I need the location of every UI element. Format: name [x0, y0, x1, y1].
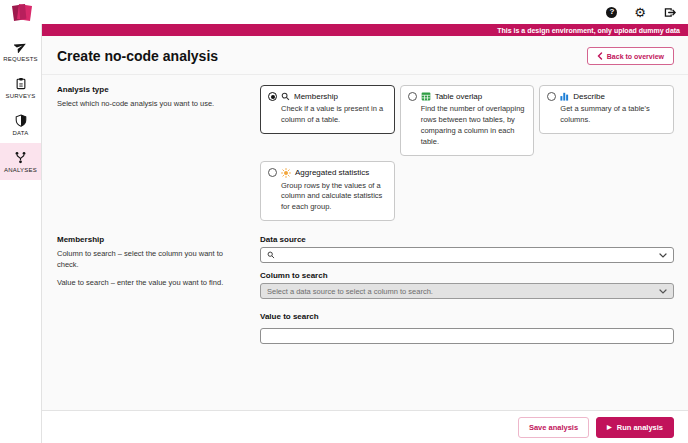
- option-title: Table overlap: [435, 92, 483, 101]
- page-title: Create no-code analysis: [57, 48, 218, 64]
- radio-describe[interactable]: [547, 92, 556, 101]
- membership-help-line1: Column to search – select the column you…: [57, 248, 246, 271]
- merge-icon: [14, 151, 27, 164]
- shield-icon: [15, 114, 27, 127]
- topbar: ? ⚙: [0, 0, 688, 24]
- environment-banner-text: This is a design environment, only uploa…: [497, 27, 680, 34]
- back-to-overview-button[interactable]: Back to overview: [587, 47, 674, 65]
- save-analysis-button[interactable]: Save analysis: [518, 417, 589, 438]
- radio-aggregated-statistics[interactable]: [268, 168, 277, 177]
- bar-chart-icon: [560, 92, 569, 101]
- search-icon: [267, 251, 275, 259]
- sidebar-item-surveys[interactable]: SURVEYS: [0, 69, 41, 106]
- help-icon[interactable]: ?: [606, 7, 617, 18]
- sidebar-item-data[interactable]: DATA: [0, 106, 41, 143]
- value-to-search-input[interactable]: [260, 328, 674, 344]
- option-description: Get a summary of a table's columns.: [560, 104, 666, 126]
- brand-logo: [8, 2, 36, 22]
- chevron-left-icon: [597, 52, 603, 60]
- option-card-table-overlap[interactable]: Table overlap Find the number of overlap…: [400, 85, 535, 156]
- column-to-search-placeholder: Select a data source to select a column …: [267, 287, 655, 296]
- option-description: Group rows by the values of a column and…: [281, 181, 387, 214]
- radio-table-overlap[interactable]: [408, 92, 417, 101]
- membership-help-line2: Value to search – enter the value you wa…: [57, 277, 246, 288]
- play-icon: ▶: [607, 424, 612, 430]
- sidebar-item-requests[interactable]: REQUESTS: [0, 32, 41, 69]
- option-card-membership[interactable]: Membership Check if a value is present i…: [260, 85, 395, 134]
- value-to-search-label: Value to search: [260, 312, 674, 321]
- option-title: Describe: [573, 92, 605, 101]
- sidebar-item-analyses[interactable]: ANALYSES: [0, 143, 41, 180]
- radio-membership[interactable]: [268, 92, 277, 101]
- sidebar-item-label: REQUESTS: [3, 56, 38, 62]
- search-icon: [281, 92, 290, 101]
- column-to-search-select[interactable]: Select a data source to select a column …: [260, 283, 674, 299]
- sun-icon: [281, 168, 291, 178]
- paper-plane-icon: [14, 40, 27, 53]
- option-description: Find the number of overlapping rows betw…: [421, 104, 527, 148]
- membership-section-label: Membership: [57, 235, 246, 244]
- option-description: Check if a value is present in a column …: [281, 104, 387, 126]
- main-content: Create no-code analysis Back to overview…: [42, 36, 688, 410]
- sidebar-item-label: SURVEYS: [6, 93, 36, 99]
- environment-banner: This is a design environment, only uploa…: [42, 24, 688, 36]
- app-window: ? ⚙ REQUESTS: [0, 0, 688, 443]
- gear-icon[interactable]: ⚙: [634, 6, 646, 19]
- run-analysis-label: Run analysis: [617, 423, 663, 432]
- option-title: Membership: [294, 92, 338, 101]
- table-icon: [421, 92, 431, 101]
- chevron-down-icon: [659, 253, 667, 258]
- data-source-combobox[interactable]: [260, 247, 674, 263]
- analysis-type-label: Analysis type: [57, 85, 246, 94]
- sidebar: REQUESTS SURVEYS: [0, 24, 42, 443]
- action-footer: Save analysis ▶ Run analysis: [42, 410, 688, 443]
- data-source-label: Data source: [260, 235, 674, 244]
- option-card-aggregated-statistics[interactable]: Aggregated statistics Group rows by the …: [260, 161, 395, 222]
- option-title: Aggregated statistics: [295, 168, 369, 177]
- sidebar-item-label: DATA: [13, 130, 29, 136]
- run-analysis-button[interactable]: ▶ Run analysis: [596, 417, 674, 438]
- back-to-overview-label: Back to overview: [607, 53, 664, 60]
- sidebar-item-label: ANALYSES: [4, 167, 37, 173]
- column-to-search-label: Column to search: [260, 271, 674, 280]
- chevron-down-icon: [659, 289, 667, 294]
- analysis-type-options: Membership Check if a value is present i…: [260, 85, 674, 221]
- logout-icon[interactable]: [663, 6, 676, 19]
- analysis-type-description: Select which no-code analysis you want t…: [57, 98, 246, 109]
- option-card-describe[interactable]: Describe Get a summary of a table's colu…: [539, 85, 674, 134]
- clipboard-icon: [15, 77, 27, 90]
